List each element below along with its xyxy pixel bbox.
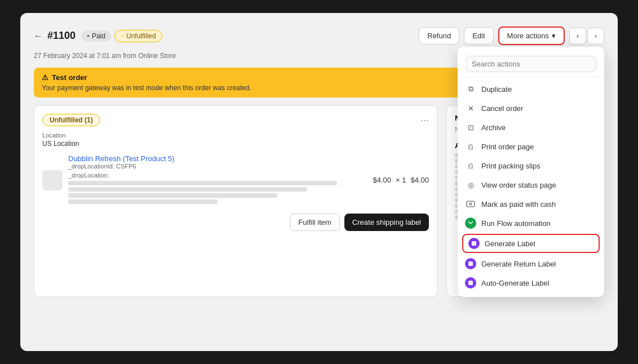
dropdown-search-container	[458, 51, 604, 77]
product-info: Dubblin Refresh (Test Product 5) _dropLo…	[68, 154, 367, 206]
three-dots-menu[interactable]: ···	[420, 114, 429, 126]
flow-icon	[466, 218, 476, 228]
fulfill-item-button[interactable]: Fulfill item	[290, 214, 340, 231]
main-panel: Unfulfilled (1) ··· Location US Location…	[34, 105, 437, 297]
unfulfilled-badge-card: Unfulfilled (1)	[42, 114, 100, 126]
svg-rect-3	[468, 261, 473, 266]
product-name[interactable]: Dubblin Refresh (Test Product 5)	[68, 154, 367, 163]
create-shipping-label-button[interactable]: Create shipping label	[344, 214, 429, 231]
dropdown-item-duplicate[interactable]: ⧉ Duplicate	[458, 79, 604, 99]
edit-button[interactable]: Edit	[464, 27, 493, 45]
order-number: #1100	[47, 30, 76, 42]
product-price: $4.00	[373, 176, 391, 184]
svg-point-1	[469, 203, 472, 205]
dropdown-item-auto-generate-label[interactable]: Auto-Generate Label	[458, 273, 604, 292]
print-packing-icon: ⎙	[466, 161, 476, 171]
unfulfilled-header: Unfulfilled (1) ···	[42, 114, 429, 126]
svg-rect-0	[467, 201, 475, 207]
dropdown-item-generate-label[interactable]: Generate Label	[462, 234, 600, 253]
more-actions-dropdown: ⧉ Duplicate ✕ Cancel order ⊡ Archive ⎙ P…	[458, 47, 604, 297]
location-value: US Location	[42, 140, 429, 148]
dropdown-item-print-order[interactable]: ⎙ Print order page	[458, 137, 604, 156]
warning-icon: ⚠	[42, 73, 48, 82]
dropdown-item-print-packing[interactable]: ⎙ Print packing slips	[458, 156, 604, 175]
archive-icon: ⊡	[466, 122, 476, 132]
dropdown-item-generate-return-label[interactable]: Generate Return Label	[458, 254, 604, 273]
nav-arrows: ‹ ›	[569, 28, 604, 45]
back-arrow-icon[interactable]: ←	[34, 31, 43, 41]
product-thumbnail	[42, 170, 63, 190]
product-qty: × 1	[396, 176, 406, 184]
generate-label-icon	[469, 238, 479, 248]
header-actions: Refund Edit More actions ▾ ‹ › ⧉ Duplica…	[419, 26, 604, 45]
duplicate-icon: ⧉	[466, 84, 476, 94]
search-actions-input[interactable]	[466, 56, 596, 72]
product-total: $4.00	[410, 176, 429, 184]
chevron-down-icon: ▾	[552, 32, 556, 40]
cancel-icon: ✕	[466, 103, 476, 113]
main-window: ← #1100 Paid Unfulfilled Refund Edit Mor…	[20, 13, 618, 351]
more-actions-button[interactable]: More actions ▾	[498, 26, 565, 45]
unfulfilled-card: Unfulfilled (1) ··· Location US Location…	[34, 105, 437, 297]
product-id: _dropLocationId: CSFP6	[68, 163, 367, 170]
unfulfilled-badge-header: Unfulfilled	[114, 30, 162, 42]
next-order-button[interactable]: ›	[587, 28, 604, 45]
cash-icon	[466, 199, 476, 209]
dropdown-item-archive[interactable]: ⊡ Archive	[458, 118, 604, 137]
refund-button[interactable]: Refund	[419, 27, 459, 45]
product-pricing: $4.00 × 1 $4.00	[373, 176, 429, 184]
card-actions: Fulfill item Create shipping label	[42, 214, 429, 231]
dropdown-item-cancel[interactable]: ✕ Cancel order	[458, 99, 604, 118]
header: ← #1100 Paid Unfulfilled Refund Edit Mor…	[34, 26, 604, 45]
return-label-icon	[466, 259, 476, 269]
dropdown-item-view-status[interactable]: ◎ View order status page	[458, 175, 604, 194]
product-location-label: _dropLocation:	[68, 172, 367, 179]
product-row: Dubblin Refresh (Test Product 5) _dropLo…	[42, 154, 429, 206]
eye-icon: ◎	[466, 180, 476, 190]
svg-rect-2	[472, 241, 476, 246]
prev-order-button[interactable]: ‹	[569, 28, 586, 45]
paid-badge: Paid	[81, 30, 111, 42]
blurred-address	[68, 181, 367, 204]
svg-rect-4	[468, 281, 473, 285]
auto-label-icon	[466, 278, 476, 288]
dropdown-item-run-flow[interactable]: Run Flow automation	[458, 214, 604, 233]
location-label: Location	[42, 132, 429, 139]
dropdown-item-mark-paid[interactable]: Mark as paid with cash	[458, 194, 604, 214]
print-icon: ⎙	[466, 141, 476, 152]
